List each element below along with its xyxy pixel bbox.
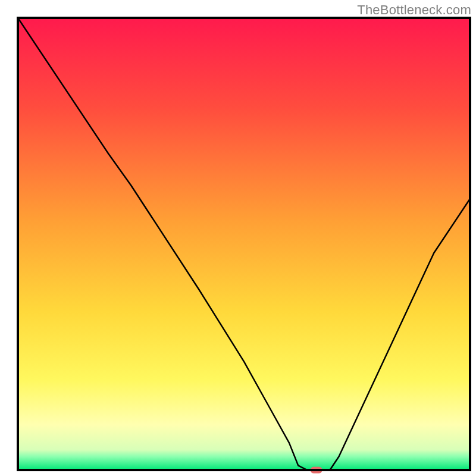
gradient-background — [18, 18, 470, 470]
chart-container: TheBottleneck.com — [0, 0, 476, 476]
bottleneck-chart — [0, 0, 476, 476]
watermark-label: TheBottleneck.com — [357, 2, 471, 18]
